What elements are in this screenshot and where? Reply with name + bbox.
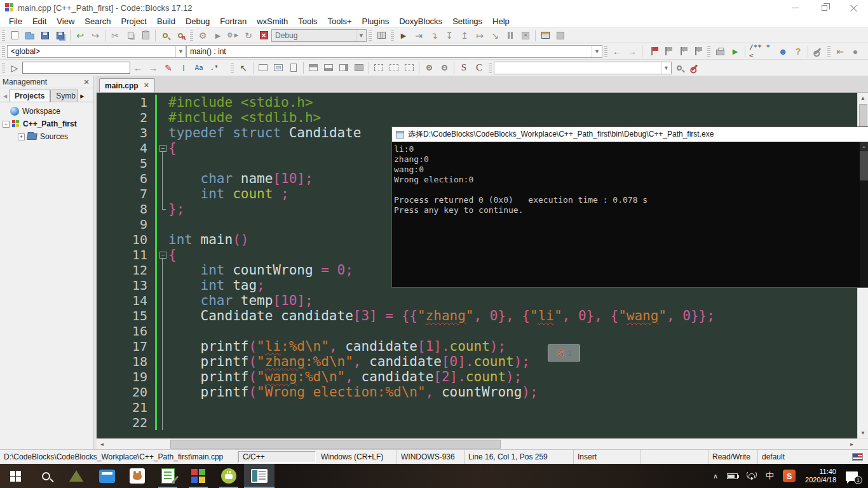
- menu-doxyblocks[interactable]: DoxyBlocks: [394, 17, 447, 26]
- tray-clock-button[interactable]: 11:40 2020/4/18: [801, 464, 840, 488]
- toolbar-grip[interactable]: [489, 63, 492, 73]
- save-button[interactable]: [37, 29, 53, 43]
- incsearch-input[interactable]: [22, 62, 130, 74]
- step-into-instruction-button[interactable]: ↘: [487, 29, 503, 43]
- build-button[interactable]: ⚙: [195, 29, 210, 43]
- toolbar-grip[interactable]: [369, 30, 372, 41]
- scroll-left-icon[interactable]: ◄: [97, 439, 107, 450]
- toolbar-grip[interactable]: [2, 63, 5, 73]
- toolbar-grip[interactable]: [2, 30, 5, 41]
- console-scrollbar[interactable]: ▲: [860, 142, 868, 287]
- toolbar-grip[interactable]: [231, 63, 234, 73]
- wxs-panel-button[interactable]: [286, 61, 301, 75]
- search-options-button[interactable]: [687, 61, 702, 75]
- build-and-run-button[interactable]: ⚙►: [226, 29, 241, 43]
- tray-battery-button[interactable]: [724, 464, 741, 488]
- wxs-dialog-button[interactable]: [271, 61, 286, 75]
- toolbar-grip[interactable]: [391, 30, 394, 41]
- tabs-scroll-right-icon[interactable]: ▶: [78, 90, 86, 102]
- wxs-align-top-button[interactable]: [306, 61, 321, 75]
- highlight-occurrences-button[interactable]: ✎: [161, 61, 176, 75]
- code-line[interactable]: 21: [97, 400, 857, 415]
- taskbar-active-window-button[interactable]: [244, 464, 275, 488]
- regex-button[interactable]: .*: [207, 61, 222, 75]
- console-scroll-up-icon[interactable]: ▲: [860, 142, 868, 151]
- menu-edit[interactable]: Edit: [27, 17, 51, 26]
- fold-margin[interactable]: [155, 140, 168, 156]
- code-line[interactable]: 14 char temp[10];: [97, 293, 857, 308]
- replace-button[interactable]: R: [173, 29, 188, 43]
- menu-help[interactable]: Help: [487, 17, 515, 26]
- tray-sogou-button[interactable]: S: [780, 464, 799, 488]
- break-debugger-button[interactable]: [503, 29, 518, 43]
- wxs-frame-button[interactable]: [255, 61, 271, 75]
- wxs-align-right-button[interactable]: [336, 61, 351, 75]
- menu-project[interactable]: Project: [116, 17, 152, 26]
- close-button[interactable]: [839, 0, 868, 15]
- next-instruction-button[interactable]: ↦: [472, 29, 487, 43]
- expand-icon[interactable]: +: [18, 133, 25, 140]
- breakpoint-button[interactable]: ●: [848, 44, 863, 58]
- taskbar-search-button[interactable]: [31, 464, 61, 488]
- fortran-jump-back-button[interactable]: ⇤: [832, 44, 848, 58]
- previous-bookmark-button[interactable]: ‹: [660, 44, 675, 58]
- scope-combo[interactable]: <global> ▼: [7, 45, 186, 58]
- zoom-out-button[interactable]: −: [437, 61, 452, 75]
- taskbar-cube-app-button[interactable]: [61, 464, 92, 488]
- next-bookmark-button[interactable]: ›: [675, 44, 690, 58]
- wxs-fill-button[interactable]: [351, 61, 367, 75]
- tab-projects[interactable]: Projects: [9, 90, 50, 102]
- match-case-button[interactable]: Aa: [191, 61, 207, 75]
- search-go-button[interactable]: [672, 61, 687, 75]
- toolbar-grip[interactable]: [604, 46, 607, 57]
- fold-margin[interactable]: [155, 247, 168, 262]
- hscroll-thumb[interactable]: [170, 440, 501, 449]
- taskbar-notepad-app-button[interactable]: [153, 464, 183, 488]
- various-info-button[interactable]: [553, 29, 568, 43]
- menu-wxsmith[interactable]: wxSmith: [252, 17, 293, 26]
- tray-chevron-button[interactable]: ∧: [710, 464, 721, 488]
- taskbar-explorer-button[interactable]: [92, 464, 122, 488]
- function-combo[interactable]: main() : int ▼: [186, 45, 602, 58]
- tree-item-project[interactable]: − C++_Path_first: [3, 118, 93, 130]
- taskbar-codeblocks-button[interactable]: [183, 464, 214, 488]
- wxs-border3-button[interactable]: [402, 61, 417, 75]
- code-line[interactable]: 18 printf("zhang:%d\n", candidate[0].cou…: [97, 354, 857, 369]
- jump-back-button[interactable]: ←: [609, 44, 625, 58]
- clear-bookmarks-button[interactable]: ×: [690, 44, 705, 58]
- copy-button[interactable]: [123, 29, 138, 43]
- menu-build[interactable]: Build: [152, 17, 180, 26]
- code-line[interactable]: 19 printf("wang:%d\n", candidate[2].coun…: [97, 369, 857, 384]
- minimize-button[interactable]: [780, 0, 810, 15]
- incsearch-badge-button[interactable]: ▷: [7, 61, 22, 75]
- tab-symbols[interactable]: Symb: [50, 90, 78, 102]
- code-line[interactable]: 17 printf("li:%d\n", candidate[1].count)…: [97, 339, 857, 354]
- code-line[interactable]: 22: [97, 415, 857, 430]
- save-all-button[interactable]: [53, 29, 68, 43]
- incsearch-next-button[interactable]: →: [146, 61, 161, 75]
- debug-continue-button[interactable]: ►: [396, 29, 411, 43]
- doxywizard-button[interactable]: ☻: [775, 44, 790, 58]
- sogou-ime-overlay[interactable]: S: [548, 344, 580, 362]
- next-line-button[interactable]: ↴: [426, 29, 442, 43]
- find-button[interactable]: [158, 29, 173, 43]
- scroll-right-icon[interactable]: ►: [846, 439, 857, 450]
- run-to-cursor-button[interactable]: ⇥: [411, 29, 426, 43]
- tree-item-sources[interactable]: + Sources: [3, 130, 93, 143]
- abort-button[interactable]: ✕: [256, 29, 271, 43]
- extract-docs-button[interactable]: [712, 44, 728, 58]
- menu-plugins[interactable]: Plugins: [357, 17, 395, 26]
- compiler-settings-button[interactable]: [374, 29, 389, 43]
- incsearch-prev-button[interactable]: ←: [130, 61, 146, 75]
- menu-fortran[interactable]: Fortran: [215, 17, 252, 26]
- debugging-windows-button[interactable]: [538, 29, 553, 43]
- search-target-combo[interactable]: ▼: [494, 62, 672, 74]
- doxy-settings-button[interactable]: [810, 44, 825, 58]
- scroll-down-icon[interactable]: ▼: [858, 428, 868, 438]
- menu-tools[interactable]: Tools: [293, 17, 322, 26]
- step-into-button[interactable]: ↧: [442, 29, 457, 43]
- doxy-help-button[interactable]: ?: [790, 44, 806, 58]
- code-line[interactable]: 20 printf("Wrong election:%d\n", countWr…: [97, 384, 857, 400]
- management-close-icon[interactable]: ✕: [82, 78, 91, 86]
- code-line[interactable]: 16: [97, 323, 857, 339]
